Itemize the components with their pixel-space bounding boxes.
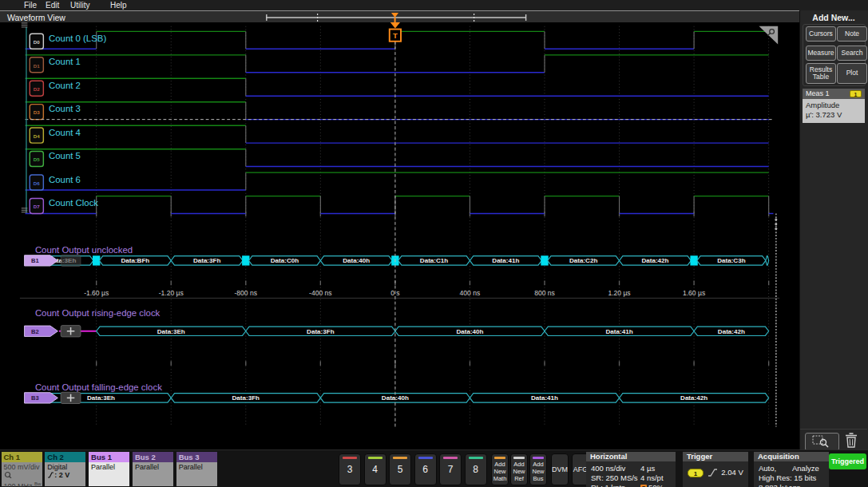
bus-segment-label: Data:3Fh [232, 394, 260, 402]
digital-channel-label-D4[interactable]: Count 4 [49, 128, 81, 137]
digital-channel-label-D0[interactable]: Count 0 (LSB) [49, 34, 106, 43]
menu-item-file[interactable]: File [24, 0, 37, 10]
channel-button-3[interactable]: 3 [339, 453, 361, 485]
acq-count: 8.883 kAcqs [759, 483, 800, 487]
meas-1-type: Amplitude [806, 101, 862, 110]
channel-color-stripe [393, 457, 407, 459]
digital-channel-badge-D7[interactable]: D7 [30, 198, 43, 213]
menu-item-edit[interactable]: Edit [46, 0, 59, 10]
zoom-tool-button[interactable] [805, 433, 839, 451]
add-new-results-table[interactable]: Results Table [806, 63, 836, 84]
add-new-math-button[interactable]: AddNewMath [491, 453, 509, 485]
bus-segment-label: Data:3Fh [307, 328, 335, 335]
time-axis-label: -1.20 µs [159, 289, 184, 297]
digital-channel-badge-D1[interactable]: D1 [30, 57, 43, 73]
badge-ch-2[interactable]: Ch 2Digital: 2 V [45, 452, 85, 486]
horizontal-title: Horizontal [586, 452, 676, 461]
badge-bus-3[interactable]: Bus 3Parallel [176, 452, 217, 486]
channel-color-stripe [368, 457, 382, 459]
oscilloscope-app: FileEditUtilityHelp Waveform View D0Coun… [0, 0, 868, 487]
digital-channel-label-D7[interactable]: Count Clock [49, 198, 98, 208]
splitter-dots[interactable] [775, 219, 777, 221]
menu-bar: FileEditUtilityHelp [0, 0, 868, 10]
bus-segment-label: Data:41h [492, 257, 519, 264]
add-new-note[interactable]: Note [837, 26, 867, 42]
trigger-panel[interactable]: Trigger 1 2.04 V [683, 452, 748, 487]
pan-zoom-ruler[interactable] [266, 11, 533, 23]
channel-button-5[interactable]: 5 [389, 453, 411, 485]
dvm-button[interactable]: DVM [551, 453, 569, 485]
channel-button-6[interactable]: 6 [414, 453, 437, 485]
bus-badge-B2[interactable]: B2 [25, 326, 58, 336]
badge-ch-1[interactable]: Ch 1500 mV/div100 MHz Bw [2, 452, 42, 486]
digital-channel-badge-D6[interactable]: D6 [30, 175, 43, 190]
svg-text:B1: B1 [31, 257, 39, 264]
add-new-ref-button[interactable]: AddNewRef [510, 453, 528, 485]
splitter-dots[interactable] [775, 223, 777, 225]
badge-header: Bus 3 [176, 452, 217, 462]
horizontal-position: T50% [640, 483, 664, 487]
splitter-dots[interactable] [775, 228, 777, 230]
digital-channel-label-D5[interactable]: Count 5 [49, 151, 81, 160]
trigger-flag[interactable]: T [390, 22, 401, 42]
bus-segment-label: Data:41h [606, 328, 633, 335]
digital-channel-label-D6[interactable]: Count 6 [49, 175, 81, 184]
acquisition-panel[interactable]: Acquisition Auto, Analyze High Res: 15 b… [754, 452, 829, 487]
bus-add-label-button[interactable] [61, 255, 81, 266]
stripe [513, 457, 525, 459]
digital-channel-label-D2[interactable]: Count 2 [49, 81, 81, 90]
badge-header: Bus 1 [89, 452, 129, 462]
digital-channel-label-D3[interactable]: Count 3 [49, 104, 81, 113]
bus-badge-B1[interactable]: B1 [25, 255, 58, 266]
add-new-bus-button[interactable]: AddNewBus [529, 453, 547, 485]
add-new-search[interactable]: Search [837, 46, 867, 61]
svg-text:D6: D6 [34, 180, 40, 186]
digital-channel-label-D1[interactable]: Count 1 [49, 57, 81, 66]
badge-bus-1[interactable]: Bus 1Parallel [89, 452, 129, 486]
stripe [494, 457, 505, 459]
bus-add-label-button[interactable] [61, 392, 81, 403]
waveform-canvas[interactable]: D0Count 0 (LSB)D1Count 1D2Count 2D3Count… [0, 22, 799, 449]
badge-bus-2[interactable]: Bus 2Parallel [133, 452, 173, 486]
badge-body: Digital: 2 V [45, 462, 85, 486]
channel-button-8[interactable]: 8 [465, 453, 487, 485]
badge-line1: Parallel [135, 463, 173, 471]
channel-button-7[interactable]: 7 [439, 453, 462, 485]
digital-channel-badge-D0[interactable]: D0 [30, 34, 43, 49]
bus-badge-B3[interactable]: B3 [25, 393, 58, 403]
badge-line3: 100 MHz Bw [4, 480, 42, 487]
badge-body: Parallel [176, 462, 217, 486]
digital-channel-badge-D5[interactable]: D5 [30, 152, 43, 167]
add-new-measure[interactable]: Measure [806, 46, 836, 61]
meas-1-panel[interactable]: Meas 1 1 Amplitude µ': 3.723 V [803, 89, 865, 123]
channel-color-stripe [469, 457, 483, 459]
triggered-status-badge: Triggered [829, 453, 866, 469]
digital-channel-badge-D4[interactable]: D4 [30, 128, 43, 143]
threshold-icon: : 2 V [47, 471, 85, 479]
sidebar-divider [800, 429, 867, 430]
horizontal-window: 4 µs [640, 464, 655, 473]
badge-body: Parallel [89, 462, 129, 486]
bus-add-label-button[interactable] [61, 326, 81, 337]
channel-button-label: 4 [365, 464, 386, 475]
tab-waveform-view[interactable]: Waveform View [7, 12, 65, 23]
acq-analyze: Analyze [792, 464, 819, 473]
bus-segment-label: Data:3Fh [193, 257, 221, 264]
svg-text:D5: D5 [34, 156, 40, 162]
horizontal-panel[interactable]: Horizontal 400 ns/div 4 µs SR: 250 MS/s … [586, 452, 676, 487]
menu-item-utility[interactable]: Utility [70, 0, 89, 10]
badge-body: 500 mV/div100 MHz Bw [2, 462, 42, 486]
add-new-cursors[interactable]: Cursors [806, 26, 836, 42]
digital-channel-badge-D2[interactable]: D2 [30, 81, 43, 96]
bus-segment-label: Data:C2h [569, 257, 597, 264]
channel-color-stripe [343, 457, 357, 459]
bus-segment-label: Data:42h [680, 394, 707, 402]
svg-text:D7: D7 [34, 204, 40, 209]
add-new-plot[interactable]: Plot [837, 63, 867, 84]
svg-text:D3: D3 [34, 109, 40, 115]
svg-text:D4: D4 [34, 133, 40, 139]
horizontal-samplerate: SR: 250 MS/s [591, 473, 638, 482]
menu-item-help[interactable]: Help [110, 0, 127, 10]
channel-button-4[interactable]: 4 [364, 453, 386, 485]
digital-channel-badge-D3[interactable]: D3 [30, 105, 43, 120]
